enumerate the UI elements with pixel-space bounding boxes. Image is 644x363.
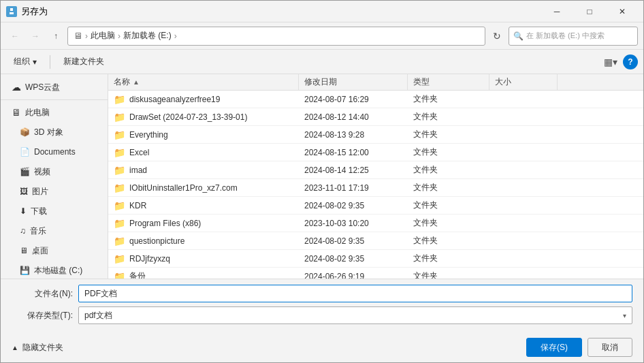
file-name: 备份 — [129, 270, 146, 279]
file-type: 文件夹 — [408, 146, 489, 158]
file-name: RDJjfzyxzq — [129, 254, 170, 264]
chevron-icon: ▲ — [12, 344, 18, 351]
select-arrow-icon: ▾ — [623, 312, 626, 319]
music-icon: ♫ — [20, 226, 26, 236]
sidebar-item-this-pc[interactable]: 🖥 此电脑 — [3, 103, 105, 122]
folder-icon: 📁 — [114, 218, 125, 229]
file-list-area: 名称 ▲ 修改日期 类型 大小 📁 diskusageanalyzerfree1… — [108, 74, 643, 279]
file-date: 2024-06-26 9:19 — [299, 272, 408, 279]
sidebar-item-3d[interactable]: 📦 3D 对象 — [3, 123, 105, 142]
file-type: 文件夹 — [408, 182, 489, 193]
footer-actions: 保存(S) 取消 — [526, 338, 632, 357]
sort-arrow-name: ▲ — [133, 78, 140, 86]
new-folder-button[interactable]: 新建文件夹 — [56, 52, 112, 72]
table-row[interactable]: 📁 Excel 2024-08-15 12:00 文件夹 — [108, 144, 643, 161]
hide-files-label: 隐藏文件夹 — [22, 342, 63, 353]
col-header-date[interactable]: 修改日期 — [299, 74, 408, 90]
table-row[interactable]: 📁 diskusageanalyzerfree19 2024-08-07 16:… — [108, 91, 643, 108]
local-c-icon: 💾 — [20, 266, 30, 275]
sidebar-divider — [1, 99, 108, 100]
forward-button[interactable]: → — [27, 27, 44, 45]
table-row[interactable]: 📁 imad 2024-08-14 12:25 文件夹 — [108, 161, 643, 179]
sidebar-item-videos[interactable]: 🎬 视频 — [3, 162, 105, 181]
up-button[interactable]: ↑ — [47, 27, 65, 45]
file-name: Everything — [129, 130, 168, 140]
sidebar-item-documents[interactable]: 📄 Documents — [3, 142, 105, 161]
table-row[interactable]: 📁 Everything 2024-08-13 9:28 文件夹 — [108, 126, 643, 144]
sidebar-item-local-c-label: 本地磁盘 (C:) — [34, 265, 82, 277]
file-type: 文件夹 — [408, 93, 489, 105]
toolbar-right: ▦ ▾ ? — [601, 52, 638, 72]
file-type: 文件夹 — [408, 200, 489, 211]
file-list: 📁 diskusageanalyzerfree19 2024-08-07 16:… — [108, 91, 643, 279]
back-button[interactable]: ← — [6, 27, 24, 45]
table-row[interactable]: 📁 Program Files (x86) 2023-10-03 10:20 文… — [108, 215, 643, 232]
view-button[interactable]: ▦ ▾ — [601, 52, 620, 72]
breadcrumb[interactable]: 🖥 › 此电脑 › 新加载卷 (E:) › — [67, 27, 485, 46]
file-name: Excel — [129, 148, 149, 157]
col-header-type[interactable]: 类型 — [408, 74, 489, 90]
sidebar-item-wps[interactable]: ☁ WPS云盘 — [3, 78, 105, 97]
folder-icon: 📁 — [114, 94, 125, 105]
svg-rect-1 — [10, 12, 14, 14]
breadcrumb-root: 🖥 — [74, 31, 82, 41]
file-date: 2024-08-07 16:29 — [299, 95, 408, 104]
sidebar-item-pictures[interactable]: 🖼 图片 — [3, 182, 105, 201]
sidebar-item-desktop-label: 桌面 — [32, 245, 48, 257]
folder-icon: 📁 — [114, 112, 125, 123]
sidebar-item-downloads[interactable]: ⬇ 下载 — [3, 202, 105, 221]
file-type: 文件夹 — [408, 129, 489, 140]
table-row[interactable]: 📁 DrawSet (2024-07-23_13-39-01) 2024-08-… — [108, 108, 643, 126]
refresh-button[interactable]: ↻ — [488, 27, 506, 45]
search-placeholder: 在 新加载卷 (E:) 中搜索 — [526, 31, 605, 41]
file-date: 2024-08-02 9:35 — [299, 254, 408, 264]
filename-input[interactable]: PDF文档 — [78, 285, 632, 302]
cancel-button[interactable]: 取消 — [587, 338, 632, 357]
downloads-icon: ⬇ — [20, 206, 27, 216]
table-row[interactable]: 📁 questionpicture 2024-08-02 9:35 文件夹 — [108, 232, 643, 250]
close-button[interactable]: ✕ — [607, 1, 638, 22]
footer: ▲ 隐藏文件夹 保存(S) 取消 — [1, 334, 643, 362]
sidebar-item-downloads-label: 下载 — [31, 206, 47, 217]
filename-value: PDF文档 — [84, 288, 117, 300]
file-date: 2024-08-15 12:00 — [299, 148, 408, 157]
search-box[interactable]: 🔍 在 新加载卷 (E:) 中搜索 — [509, 27, 638, 46]
file-type: 文件夹 — [408, 253, 489, 264]
sidebar-item-music[interactable]: ♫ 音乐 — [3, 221, 105, 240]
sidebar-item-local-c[interactable]: 💾 本地磁盘 (C:) — [3, 261, 105, 279]
table-row[interactable]: 📁 IObitUninstaller1Pro_xz7.com 2023-11-0… — [108, 179, 643, 197]
file-name: diskusageanalyzerfree19 — [129, 95, 220, 104]
breadcrumb-part1: 此电脑 — [91, 30, 115, 42]
organize-button[interactable]: 组织 ▾ — [6, 52, 44, 72]
file-name: questionpicture — [129, 236, 184, 246]
sidebar-item-music-label: 音乐 — [30, 225, 46, 237]
col-header-name[interactable]: 名称 ▲ — [108, 74, 299, 90]
save-button[interactable]: 保存(S) — [526, 338, 582, 357]
help-button[interactable]: ? — [623, 54, 638, 69]
hide-files-button[interactable]: ▲ 隐藏文件夹 — [12, 342, 63, 353]
file-date: 2024-08-12 14:40 — [299, 112, 408, 122]
file-type: 文件夹 — [408, 217, 489, 229]
folder-icon: 📁 — [114, 236, 125, 247]
maximize-button[interactable]: □ — [574, 1, 605, 22]
col-header-size[interactable]: 大小 — [489, 74, 558, 90]
main-area: ☁ WPS云盘 🖥 此电脑 📦 3D 对象 📄 Documents 🎬 视频 — [1, 74, 643, 279]
filename-label: 文件名(N): — [12, 288, 73, 300]
file-list-header: 名称 ▲ 修改日期 类型 大小 — [108, 74, 643, 91]
3d-icon: 📦 — [20, 127, 30, 137]
this-pc-icon: 🖥 — [12, 107, 21, 118]
filetype-select[interactable]: pdf文档 ▾ — [78, 306, 632, 324]
folder-icon: 📁 — [114, 147, 125, 158]
svg-rect-2 — [10, 8, 13, 11]
file-name: Program Files (x86) — [129, 219, 201, 228]
sidebar-item-desktop[interactable]: 🖥 桌面 — [3, 241, 105, 260]
table-row[interactable]: 📁 RDJjfzyxzq 2024-08-02 9:35 文件夹 — [108, 250, 643, 268]
organize-arrow: ▾ — [33, 57, 37, 67]
window-controls: ─ □ ✕ — [541, 1, 638, 22]
file-date: 2024-08-02 9:35 — [299, 236, 408, 246]
minimize-button[interactable]: ─ — [541, 1, 573, 22]
organize-label: 组织 — [14, 56, 30, 67]
table-row[interactable]: 📁 KDR 2024-08-02 9:35 文件夹 — [108, 197, 643, 215]
addressbar: ← → ↑ 🖥 › 此电脑 › 新加载卷 (E:) › ↻ 🔍 在 新加载卷 (… — [1, 22, 643, 50]
table-row[interactable]: 📁 备份 2024-06-26 9:19 文件夹 — [108, 268, 643, 279]
